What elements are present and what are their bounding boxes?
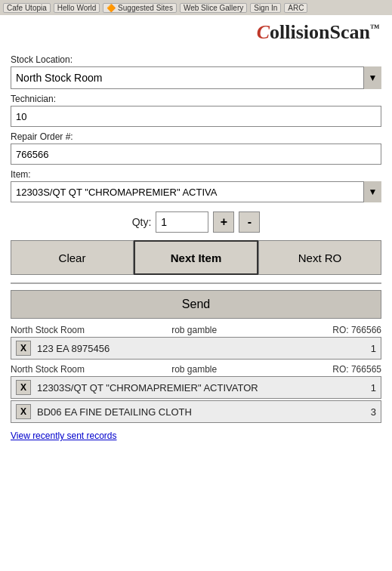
qty-row: Qty: + - (11, 211, 381, 233)
record-2-item-1-row: X 12303S/QT QT "CHROMAPREMIER" ACTIVATOR… (11, 376, 381, 399)
record-1-item-1-row: X 123 EA 8975456 1 (11, 337, 381, 360)
technician-label: Technician: (11, 94, 381, 104)
technician-input[interactable] (11, 106, 381, 127)
record-2-item-2-qty: 3 (371, 406, 376, 418)
record-group-2: North Stock Room rob gamble RO: 766565 X… (11, 363, 381, 423)
send-button[interactable]: Send (11, 290, 381, 319)
record-group-1: North Stock Room rob gamble RO: 766566 X… (11, 323, 381, 360)
repair-order-label: Repair Order #: (11, 131, 381, 142)
clear-button[interactable]: Clear (11, 240, 134, 275)
record-2-tech: rob gamble (171, 364, 323, 375)
divider (11, 282, 381, 284)
stock-location-select-wrapper[interactable]: North Stock Room ▼ (11, 66, 381, 89)
qty-plus-button[interactable]: + (213, 211, 234, 233)
logo: CollisionScan™ (12, 21, 380, 44)
record-1-meta: North Stock Room rob gamble RO: 766566 (11, 323, 381, 337)
record-1-item-1-desc: 123 EA 8975456 (37, 343, 365, 354)
record-2-location: North Stock Room (11, 364, 162, 375)
record-2-item-2-x-button[interactable]: X (16, 404, 31, 419)
record-2-item-2-desc: BD06 EA FINE DETAILING CLOTH (37, 406, 365, 418)
action-row: Clear Next Item Next RO (11, 240, 381, 275)
qty-input[interactable] (156, 211, 208, 233)
view-recently-sent-link[interactable]: View recently sent records (11, 431, 117, 441)
item-select[interactable]: 12303S/QT QT "CHROMAPREMIER" ACTIVA (11, 181, 381, 202)
record-2-item-1-x-button[interactable]: X (16, 380, 31, 395)
record-1-item-1-qty: 1 (371, 343, 376, 354)
record-2-meta: North Stock Room rob gamble RO: 766565 (11, 363, 381, 376)
item-select-wrapper[interactable]: 12303S/QT QT "CHROMAPREMIER" ACTIVA ▼ (11, 181, 381, 202)
qty-label: Qty: (132, 216, 152, 228)
stock-location-select[interactable]: North Stock Room (11, 66, 381, 89)
browser-bar: Cafe Utopia Hello World 🔶 Suggested Site… (0, 0, 392, 15)
next-ro-button[interactable]: Next RO (258, 240, 381, 275)
qty-minus-button[interactable]: - (239, 211, 260, 233)
record-1-location: North Stock Room (11, 325, 162, 335)
repair-order-input[interactable] (11, 144, 381, 165)
next-item-button[interactable]: Next Item (134, 240, 258, 275)
stock-location-label: Stock Location: (11, 54, 381, 65)
record-1-tech: rob gamble (171, 325, 323, 335)
record-2-ro: RO: 766565 (332, 364, 381, 375)
record-2-item-2-row: X BD06 EA FINE DETAILING CLOTH 3 (11, 400, 381, 423)
record-1-ro: RO: 766566 (332, 325, 381, 335)
record-1-item-1-x-button[interactable]: X (16, 341, 31, 356)
header: CollisionScan™ (0, 15, 392, 47)
item-label: Item: (11, 169, 381, 180)
record-2-item-1-desc: 12303S/QT QT "CHROMAPREMIER" ACTIVATOR (37, 382, 365, 394)
record-2-item-1-qty: 1 (371, 382, 376, 394)
